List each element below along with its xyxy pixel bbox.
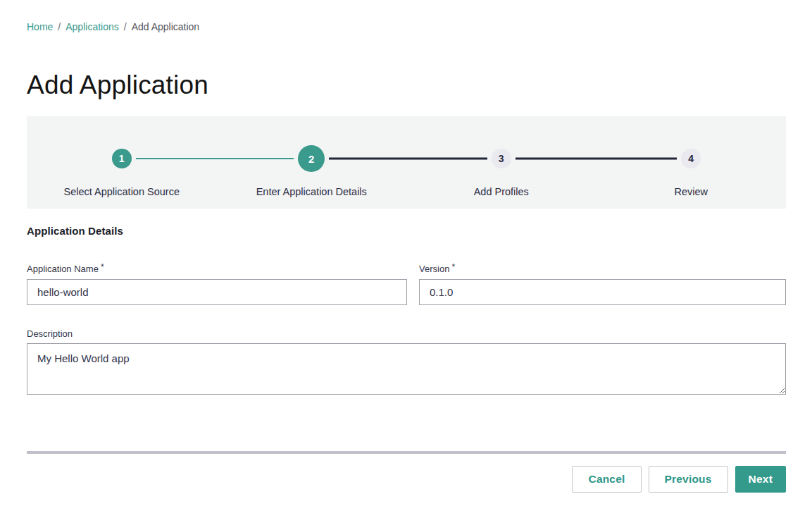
step-1-circle[interactable]: 1 [112, 149, 132, 168]
step-4-label: Review [674, 186, 708, 197]
version-input[interactable] [419, 279, 786, 305]
page-title: Add Application [27, 72, 786, 98]
stepper-connector-3-4 [516, 158, 677, 160]
section-title-application-details: Application Details [27, 225, 786, 237]
add-application-page: Home / Applications / Add Application Ad… [0, 0, 812, 506]
breadcrumb-link-applications[interactable]: Applications [65, 21, 119, 32]
footer-actions: Cancel Previous Next [27, 466, 786, 493]
breadcrumb-separator: / [58, 21, 61, 32]
stepper-circle-row: 1 2 3 4 [27, 145, 786, 172]
footer-divider [27, 451, 786, 454]
previous-button[interactable]: Previous [649, 466, 728, 493]
step-3-circle[interactable]: 3 [492, 149, 511, 168]
next-button[interactable]: Next [735, 466, 786, 493]
required-asterisk: * [451, 262, 455, 272]
description-field-group: Description My Hello World app [27, 328, 786, 395]
step-3-label: Add Profiles [474, 186, 529, 197]
breadcrumb-separator: / [124, 21, 127, 32]
step-2-label: Enter Application Details [256, 186, 367, 197]
required-asterisk: * [101, 262, 104, 272]
step-4-circle[interactable]: 4 [681, 149, 701, 168]
wizard-stepper: 1 2 3 4 Select Application Source Enter … [27, 116, 786, 209]
description-textarea[interactable]: My Hello World app [27, 343, 786, 395]
version-label: Version* [419, 264, 786, 274]
step-1-label: Select Application Source [64, 186, 180, 197]
application-name-label: Application Name* [27, 264, 407, 274]
application-name-field-group: Application Name* [27, 264, 407, 305]
stepper-connector-2-3 [329, 158, 487, 160]
breadcrumb-link-home[interactable]: Home [27, 21, 53, 32]
stepper-connector-1-2 [136, 158, 294, 159]
breadcrumb-current: Add Application [132, 21, 200, 32]
step-2-circle[interactable]: 2 [298, 145, 325, 172]
version-field-group: Version* [419, 264, 786, 305]
description-label: Description [27, 328, 786, 339]
name-version-row: Application Name* Version* [27, 264, 786, 305]
breadcrumb: Home / Applications / Add Application [27, 21, 786, 32]
application-name-input[interactable] [27, 279, 407, 305]
cancel-button[interactable]: Cancel [572, 466, 641, 493]
